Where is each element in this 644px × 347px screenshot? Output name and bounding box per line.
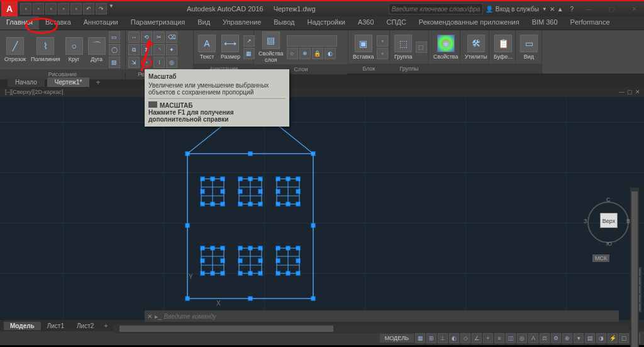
qat-dropdown-icon[interactable]: ▼ — [109, 3, 114, 14]
status-otrack-icon[interactable]: ∠ — [472, 333, 482, 343]
tool-array-icon[interactable]: ⁞ — [153, 57, 165, 68]
viewport-label[interactable]: [–][Сверху][2D-каркас] — [5, 87, 63, 97]
tab-manage[interactable]: Управление — [216, 16, 267, 30]
status-scale-icon[interactable]: ⚖ — [540, 333, 550, 343]
tool-layer-properties[interactable]: ▤Свойства слоя — [257, 31, 286, 63]
layer-lock-icon[interactable]: 🔒 — [312, 48, 323, 59]
status-hardware-icon[interactable]: ⚡ — [608, 333, 618, 343]
qat-saveas-icon[interactable]: ▫ — [58, 3, 69, 14]
tab-a360[interactable]: A360 — [352, 16, 380, 30]
tab-output[interactable]: Вывод — [267, 16, 301, 30]
vertical-scrollbar[interactable] — [630, 188, 639, 347]
status-snap-icon[interactable]: ⊞ — [426, 333, 436, 343]
canvas[interactable]: Y X Верх С Ю З В МСК — [0, 97, 644, 320]
viewport-maximize-icon[interactable]: ▢ — [627, 87, 633, 97]
status-workspace-icon[interactable]: ⚙ — [551, 333, 561, 343]
tool-stretch-icon[interactable]: ⇲ — [128, 57, 140, 68]
tab-featured[interactable]: Рекомендованные приложения — [413, 16, 526, 30]
status-model[interactable]: МОДЕЛЬ — [380, 334, 414, 343]
tool-dimension[interactable]: ⟷Размер — [219, 35, 242, 60]
status-osnap-icon[interactable]: ◇ — [460, 333, 470, 343]
tool-circle[interactable]: ○Круг — [64, 37, 85, 62]
close-button[interactable]: ✕ — [626, 5, 641, 13]
tool-explode-icon[interactable]: ✦ — [166, 44, 177, 55]
tool-ungroup-icon[interactable]: ⬚ — [416, 42, 427, 53]
status-anno-icon[interactable]: А — [528, 333, 538, 343]
tab-annotate[interactable]: Аннотации — [77, 16, 125, 30]
filetab-start[interactable]: Начало — [8, 77, 45, 87]
layout-tab-sheet2[interactable]: Лист2 — [70, 322, 100, 330]
viewport-close-icon[interactable]: ✕ — [635, 87, 640, 97]
tool-mirror-icon[interactable]: ⧗ — [141, 44, 152, 55]
autodesk-icon[interactable]: ▲ — [557, 6, 564, 13]
user-icon[interactable]: 👤 — [486, 6, 493, 13]
command-line[interactable]: ✕ ▸_ — [145, 310, 619, 322]
tool-rectangle-icon[interactable]: ▭ — [109, 31, 120, 43]
tool-view[interactable]: ▭Вид — [518, 35, 540, 60]
tool-arc[interactable]: ⌒Дуга — [86, 37, 108, 62]
status-polar-icon[interactable]: ◐ — [449, 333, 459, 343]
layout-tab-sheet1[interactable]: Лист1 — [41, 322, 70, 330]
tool-insert-block[interactable]: ▣Вставка — [351, 35, 375, 60]
tool-properties[interactable]: ◉Свойства — [431, 35, 460, 60]
cmdline-input[interactable] — [164, 313, 616, 320]
qat-redo-icon[interactable]: ↷ — [96, 3, 107, 14]
tool-polyline[interactable]: ⌇Полилиния — [29, 37, 62, 62]
layout-tab-add[interactable]: + — [100, 322, 111, 329]
tool-scale-icon[interactable]: ▫ — [141, 57, 152, 68]
layer-selector[interactable] — [287, 35, 337, 47]
status-transp-icon[interactable]: ◫ — [506, 333, 516, 343]
maximize-button[interactable]: ▢ — [604, 5, 619, 13]
qat-print-icon[interactable]: ▫ — [70, 3, 82, 14]
status-isolate-icon[interactable]: ◑ — [596, 333, 606, 343]
tool-create-block-icon[interactable]: ▫ — [377, 35, 388, 47]
viewport-minimize-icon[interactable]: — — [619, 87, 625, 97]
app-menu-icon[interactable]: A — [1, 1, 18, 16]
panel-block-title[interactable]: Блок — [348, 64, 389, 74]
search-input[interactable] — [389, 3, 483, 14]
tool-copy-icon[interactable]: ⧉ — [128, 44, 140, 55]
tool-offset-icon[interactable]: ◎ — [166, 57, 177, 68]
tool-move-icon[interactable]: ↔ — [128, 31, 140, 43]
tab-view[interactable]: Вид — [191, 16, 216, 30]
status-lwt-icon[interactable]: ≡ — [494, 333, 504, 343]
layer-off-icon[interactable]: ○ — [287, 48, 298, 59]
help-icon[interactable]: ? — [570, 6, 574, 13]
tool-table-icon[interactable]: ▦ — [243, 48, 255, 59]
tool-clipboard[interactable]: 📋Буфе... — [492, 35, 514, 60]
tab-spds[interactable]: СПДС — [380, 16, 413, 30]
viewcube-top[interactable]: Верх — [600, 213, 618, 228]
tab-performance[interactable]: Performance — [564, 16, 616, 30]
tab-addins[interactable]: Надстройки — [301, 16, 352, 30]
tab-parametric[interactable]: Параметризация — [125, 16, 191, 30]
tab-main[interactable]: Главная — [0, 16, 39, 30]
tool-leader-icon[interactable]: ↗ — [243, 35, 255, 47]
status-dyn-icon[interactable]: + — [483, 333, 493, 343]
tool-utilities[interactable]: 🛠Утилиты — [463, 35, 489, 60]
layer-match-icon[interactable]: ◐ — [325, 48, 336, 59]
qat-save-icon[interactable]: ▫ — [45, 3, 57, 14]
tool-fillet-icon[interactable]: ◝ — [153, 44, 165, 55]
tab-insert[interactable]: Вставка — [39, 16, 77, 30]
tool-trim-icon[interactable]: ✂ — [153, 31, 165, 43]
minimize-button[interactable]: — — [581, 5, 596, 13]
tool-line[interactable]: ╱Отрезок — [3, 37, 28, 62]
tool-edit-block-icon[interactable]: ▫ — [377, 48, 388, 59]
qat-open-icon[interactable]: ▫ — [33, 3, 44, 14]
tool-group[interactable]: ⬚Группа — [392, 35, 414, 60]
panel-groups-title[interactable]: Группы — [390, 64, 428, 74]
layout-tab-model[interactable]: Модель — [4, 322, 41, 330]
status-annomonitor-icon[interactable]: ⊕ — [562, 333, 572, 343]
filetab-new[interactable]: + — [92, 78, 104, 87]
login-label[interactable]: Вход в службы — [496, 6, 539, 13]
status-units-icon[interactable]: ▾ — [574, 333, 584, 343]
status-grid-icon[interactable]: ▦ — [415, 333, 425, 343]
viewcube[interactable]: Верх С Ю З В МСК — [587, 198, 631, 248]
layer-freeze-icon[interactable]: ❄ — [299, 48, 311, 59]
status-quickprops-icon[interactable]: ▤ — [585, 333, 595, 343]
cmdline-close-icon[interactable]: ✕ — [147, 313, 152, 320]
status-cycle-icon[interactable]: ◎ — [517, 333, 527, 343]
tool-ellipse-icon[interactable]: ◯ — [109, 44, 120, 55]
qat-new-icon[interactable]: ▫ — [20, 3, 31, 14]
filetab-drawing1[interactable]: Чертеж1* — [47, 77, 90, 87]
